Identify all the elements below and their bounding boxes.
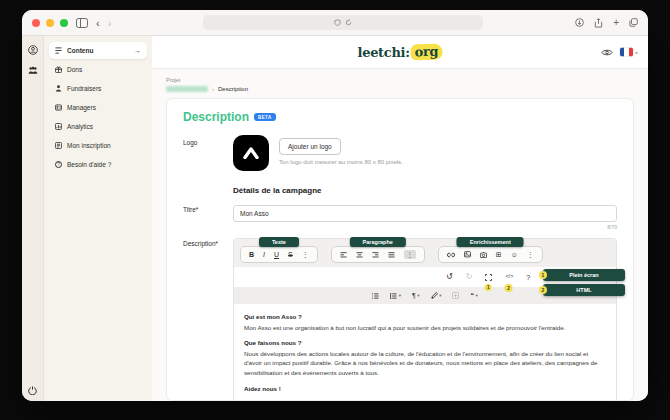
sidebar-item-aide[interactable]: ? Besoin d'aide ?: [49, 156, 147, 173]
undo-icon[interactable]: ↺: [446, 273, 453, 281]
logout-power-icon[interactable]: [28, 386, 37, 395]
more-options-icon[interactable]: ⋮: [527, 251, 534, 258]
pen-style-icon[interactable]: [431, 292, 438, 299]
insert-block-icon[interactable]: [452, 292, 459, 299]
align-justify-icon[interactable]: [388, 252, 395, 258]
editor-toolbar-row1: Texte B I U S ⋮ Paragraphe: [234, 239, 616, 267]
donations-icon: [55, 66, 62, 73]
sidebar-item-label: Contenu: [67, 47, 93, 54]
chevron-down-icon[interactable]: ▾: [399, 293, 401, 298]
breadcrumb-eyebrow: Projet: [166, 77, 634, 83]
redo-icon[interactable]: ↻: [466, 273, 473, 281]
character-counter: 8/70: [233, 224, 617, 230]
sidebar-item-label: Mon inscription: [67, 142, 111, 149]
image-icon[interactable]: [464, 251, 471, 258]
language-selector[interactable]: ▾: [620, 48, 638, 57]
sidebar-item-dons[interactable]: Dons: [49, 61, 147, 78]
breadcrumb-project-name-redacted[interactable]: [166, 86, 208, 93]
annotation-number-2: 2: [505, 284, 513, 292]
sidebar-item-fundraisers[interactable]: Fundraisers: [49, 80, 147, 97]
toolbar-group-texte: Texte B I U S ⋮: [240, 246, 318, 263]
more-options-icon[interactable]: ⋮: [404, 250, 416, 259]
editor-content[interactable]: Qui est mon Asso ? Mon Asso est une orga…: [234, 304, 616, 401]
privacy-shield-icon: [334, 19, 341, 26]
close-window-button[interactable]: [32, 19, 40, 27]
minimize-window-button[interactable]: [46, 19, 54, 27]
sidebar-item-managers[interactable]: Managers: [49, 99, 147, 116]
annotation-label-texte: Texte: [259, 237, 299, 247]
logo-label: Logo: [183, 135, 233, 171]
account-rail: [22, 36, 44, 401]
add-logo-button[interactable]: Ajouter un logo: [279, 138, 341, 155]
paragraph-format-icon[interactable]: ¶: [412, 292, 416, 299]
blockquote-icon[interactable]: “: [470, 292, 474, 299]
more-options-icon[interactable]: ⋮: [302, 251, 309, 258]
user-account-icon[interactable]: [28, 45, 38, 55]
camera-icon[interactable]: [480, 252, 487, 258]
emoji-icon[interactable]: ☺: [511, 251, 518, 258]
code-view-icon[interactable]: </>: [505, 274, 513, 280]
italic-icon[interactable]: I: [263, 251, 265, 258]
chevron-down-icon[interactable]: ▾: [475, 293, 477, 298]
sidebar-item-contenu[interactable]: Contenu →: [49, 42, 147, 59]
managers-badge-icon: [55, 104, 62, 111]
toolbar-group-paragraphe: Paragraphe: [331, 246, 425, 263]
sidebar-item-analytics[interactable]: Analytics: [49, 118, 147, 135]
chevron-down-icon[interactable]: ▾: [417, 293, 419, 298]
preview-eye-icon[interactable]: [601, 48, 613, 56]
title-input[interactable]: [233, 205, 617, 222]
align-center-icon[interactable]: [356, 252, 363, 258]
chevron-down-icon[interactable]: ▾: [439, 293, 441, 298]
strikethrough-icon[interactable]: S: [288, 251, 293, 258]
ordered-list-icon[interactable]: [372, 293, 379, 299]
analytics-chart-icon: [55, 123, 62, 130]
sidebar-item-label: Dons: [67, 66, 82, 73]
french-flag-icon: [620, 48, 633, 57]
fullscreen-icon[interactable]: [485, 274, 492, 281]
new-tab-icon[interactable]: +: [613, 18, 619, 28]
underline-icon[interactable]: U: [274, 251, 279, 258]
address-bar[interactable]: [203, 15, 483, 30]
callout-plein-ecran: Plein écran: [543, 269, 625, 281]
align-left-icon[interactable]: [340, 252, 347, 258]
beta-badge: BETA: [254, 113, 276, 121]
campaign-details-heading: Détails de la campagne: [233, 180, 617, 195]
leetchi-logo: leetchi:org: [358, 44, 443, 60]
page-title: Description: [183, 110, 249, 124]
downloads-icon[interactable]: [575, 18, 584, 27]
callout-html: HTML: [543, 284, 625, 296]
breadcrumb: › Description: [166, 86, 634, 93]
sidebar-item-label: Besoin d'aide ?: [67, 161, 111, 168]
browser-back-button[interactable]: ‹: [96, 17, 100, 29]
logo-hint: Ton logo doit mesurer au moins 80 x 80 p…: [279, 159, 403, 165]
title-label: Titre*: [183, 202, 233, 230]
share-icon[interactable]: [594, 18, 603, 28]
editor-heading: Qui est mon Asso ?: [244, 312, 606, 322]
table-icon[interactable]: ⊞: [496, 251, 502, 258]
callout-number-1: 1: [539, 271, 547, 279]
tab-overview-icon[interactable]: [629, 18, 638, 27]
sidebar-item-label: Analytics: [67, 123, 93, 130]
reload-icon[interactable]: [345, 19, 352, 26]
bullet-list-icon[interactable]: [390, 293, 397, 299]
campaign-logo-thumbnail[interactable]: [233, 135, 269, 171]
organization-icon[interactable]: [28, 66, 38, 75]
arrow-right-icon: →: [134, 47, 141, 54]
editor-heading: Aidez nous !: [244, 384, 606, 394]
sidebar-item-mon-inscription[interactable]: Mon inscription: [49, 137, 147, 154]
logo-caret-glyph: [242, 147, 260, 159]
align-right-icon[interactable]: [372, 252, 379, 258]
browser-window: ‹ › +: [22, 10, 648, 401]
richtext-editor: Texte B I U S ⋮ Paragraphe: [233, 238, 617, 401]
editor-heading: Que faisons nous ?: [244, 338, 606, 348]
link-icon[interactable]: [447, 252, 455, 258]
browser-forward-button[interactable]: ›: [108, 17, 112, 29]
editor-help-icon[interactable]: ?: [526, 274, 530, 281]
breadcrumb-separator: ›: [212, 86, 214, 92]
chevron-down-icon: ▾: [635, 49, 638, 56]
description-card: Description BETA Logo: [166, 98, 634, 401]
browser-sidebar-toggle-icon[interactable]: [76, 18, 88, 28]
zoom-window-button[interactable]: [60, 19, 68, 27]
bold-icon[interactable]: B: [249, 251, 254, 258]
editor-paragraph: Mon Asso est une organisation à but non …: [244, 323, 606, 333]
